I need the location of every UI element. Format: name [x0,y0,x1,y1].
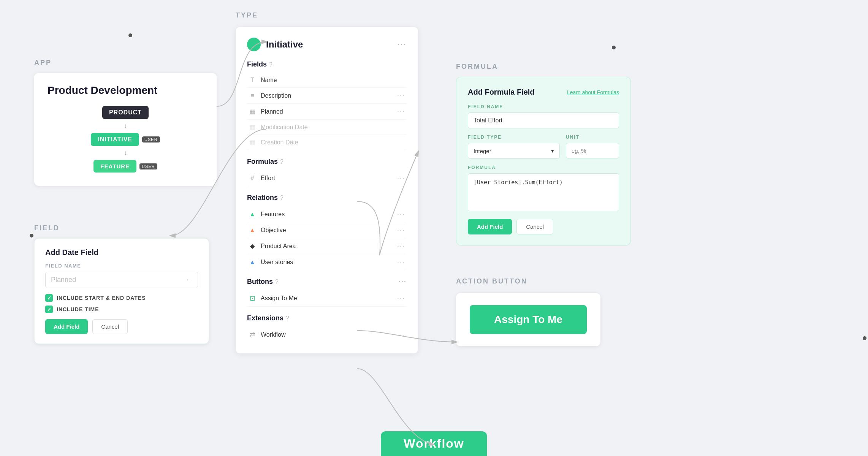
initiative-title-row: Initiative [247,38,303,51]
field-moddate-name: Modification Date [261,124,308,131]
field-section-label: FIELD [34,224,209,232]
field-name-input-display[interactable]: Planned ← [45,272,198,288]
decorative-dot-3 [30,234,33,238]
arrow-icon: ← [185,276,192,284]
field-card: Add Date Field FIELD NAME Planned ← INCL… [34,238,209,344]
field-type-value: Integer [474,148,491,154]
formula-formula-textarea[interactable] [468,173,619,211]
relation-userstories-row: ▲User stories ··· [247,254,407,270]
workflow-more[interactable]: ··· [397,331,405,339]
field-section: FIELD Add Date Field FIELD NAME Planned … [34,224,209,344]
include-start-end-row: INCLUDE START & END DATES [45,294,198,302]
field-name-value: Planned [51,276,76,284]
relations-help-icon[interactable]: ? [280,195,284,201]
relation-userstories-name: User stories [261,259,293,266]
name-type-icon: T [249,77,256,84]
field-name-row: TName [247,73,407,88]
assign-to-me-button[interactable]: Assign To Me [470,305,587,334]
relation-productarea-name: Product Area [261,243,296,250]
initiative-color-dot [247,38,261,51]
buttons-more-top[interactable]: ··· [399,278,407,286]
relation-objective-row: ▲Objective ··· [247,222,407,238]
extensions-group-label: Extensions ? [247,314,407,322]
effort-more[interactable]: ··· [397,174,405,182]
assigntome-icon: ⊡ [249,294,256,302]
extension-workflow-name: Workflow [261,331,286,338]
relation-productarea-row: ◆Product Area ··· [247,238,407,254]
unit-group: UNIT [566,135,619,159]
user-badge-feature: USER [139,163,157,169]
app-card: Product Development PRODUCT ↓ INITIATIVE… [34,73,217,186]
description-icon: ≡ [249,92,256,99]
include-time-checkbox[interactable] [45,306,53,313]
unit-input[interactable] [566,143,619,158]
formula-card-title: Add Formula Field [468,88,535,97]
formula-formula-label: FORMULA [468,165,619,170]
decorative-dot-2 [612,46,616,49]
relation-features-name: Features [261,211,285,218]
include-start-end-label: INCLUDE START & END DATES [57,295,146,301]
product-box: PRODUCT [102,106,149,119]
initiative-more-menu[interactable]: ··· [398,40,407,49]
formulas-group-label: Formulas ? [247,158,407,166]
features-icon: ▲ [249,211,256,218]
field-name-name: Name [261,77,277,84]
formula-add-button[interactable]: Add Field [468,219,512,234]
field-name-label: FIELD NAME [45,263,198,269]
productarea-more[interactable]: ··· [397,242,405,250]
formulas-help-icon[interactable]: ? [280,158,284,165]
include-time-label: INCLUDE TIME [57,306,99,312]
user-badge-initiative: USER [142,136,160,142]
feature-box: FEATURE [93,160,136,173]
extensions-help-icon[interactable]: ? [286,315,289,322]
formula-field-name-input[interactable] [468,112,619,128]
formula-cancel-button[interactable]: Cancel [516,219,553,234]
app-card-title: Product Development [48,84,203,97]
productarea-icon: ◆ [249,242,256,250]
include-time-row: INCLUDE TIME [45,306,198,313]
type-section: TYPE Initiative ··· Fields ? TName ≡Desc… [236,11,418,353]
extension-workflow-row: ⇄ Workflow ··· [247,327,407,343]
formula-effort-name: Effort [261,175,275,182]
planned-more[interactable]: ··· [397,108,405,116]
initiative-card: Initiative ··· Fields ? TName ≡Descripti… [236,27,418,353]
field-description-name: Description [261,92,291,99]
initiative-header: Initiative ··· [247,38,407,51]
initiative-box: INITIATIVE [91,133,139,146]
relation-features-row: ▲Features ··· [247,206,407,222]
field-add-button[interactable]: Add Field [45,319,88,334]
assigntome-more[interactable]: ··· [397,294,405,302]
app-section: APP Product Development PRODUCT ↓ INITIA… [34,59,217,186]
field-createdate-row: ▦Creation Date [247,135,407,150]
planned-icon: ▦ [249,108,256,115]
userstories-icon: ▲ [249,259,256,266]
effort-icon: # [249,175,256,182]
learn-formulas-link[interactable]: Learn about Formulas [567,89,619,95]
buttons-help-icon[interactable]: ? [275,279,279,285]
moddate-icon: ▦ [249,124,256,131]
field-cancel-button[interactable]: Cancel [92,319,128,334]
initiative-name: Initiative [266,39,303,50]
formula-field-type-label: FIELD TYPE [468,135,560,140]
field-card-title: Add Date Field [45,248,198,257]
include-start-end-checkbox[interactable] [45,294,53,302]
field-planned-name: Planned [261,108,283,115]
formula-button-row: Add Field Cancel [468,219,619,234]
decorative-dot-1 [128,33,132,37]
buttons-group-label: Buttons ? ··· [247,278,407,286]
formula-card: Add Formula Field Learn about Formulas F… [456,77,631,245]
objective-more[interactable]: ··· [397,226,405,234]
relations-group-label: Relations ? [247,194,407,202]
field-button-row: Add Field Cancel [45,319,198,334]
hierarchy: PRODUCT ↓ INITIATIVE USER ↓ FEATURE USER [48,106,203,173]
userstories-more[interactable]: ··· [397,258,405,266]
decorative-dot-4 [863,336,866,340]
field-type-group: FIELD TYPE Integer ▾ [468,135,560,159]
features-more[interactable]: ··· [397,210,405,218]
description-more[interactable]: ··· [397,92,405,100]
unit-label: UNIT [566,135,619,140]
createdate-icon: ▦ [249,139,256,146]
fields-help-icon[interactable]: ? [269,61,272,68]
field-planned-row: ▦Planned ··· [247,104,407,120]
formula-field-type-select[interactable]: Integer ▾ [468,143,560,159]
